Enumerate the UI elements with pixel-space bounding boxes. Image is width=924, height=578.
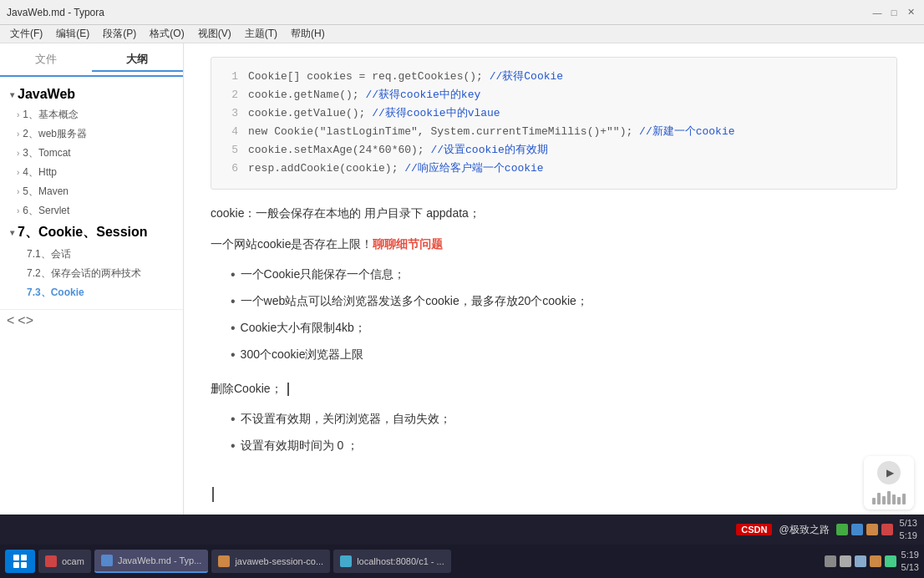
outline-tree: ▾ JavaWeb › 1、基本概念 › 2、web服务器 › 3、Tomcat… [0, 77, 183, 309]
javaweb-icon [218, 555, 230, 567]
bar-6 [897, 497, 901, 504]
taskbar-btn-browser[interactable]: localhost:8080/c1 - ... [333, 550, 451, 573]
menu-file[interactable]: 文件(F) [3, 25, 49, 43]
item7-3-label: 7.3、Cookie [27, 286, 84, 298]
window-controls[interactable]: — □ ✕ [871, 6, 917, 19]
bullet-item-1-2: • 一个web站点可以给浏览器发送多个cookie，最多存放20个cookie； [231, 292, 897, 312]
tray-icon-4 [881, 524, 893, 535]
sidebar-item-7[interactable]: ▾ 7、Cookie、Session [0, 221, 183, 245]
sidebar-root-label: JavaWeb [18, 87, 75, 102]
menu-view[interactable]: 视图(V) [191, 25, 238, 43]
sidebar-item-6[interactable]: › 6、Servlet [0, 201, 183, 221]
sidebar-item-3[interactable]: › 3、Tomcat [0, 144, 183, 163]
bullet-dot-5: • [231, 409, 236, 429]
bullet-text-2-2: 设置有效期时间为 0 ； [241, 436, 359, 456]
sidebar-item-7-3[interactable]: 7.3、Cookie [0, 283, 183, 302]
tab-file[interactable]: 文件 [0, 48, 92, 70]
bullet-text-1-2: 一个web站点可以给浏览器发送多个cookie，最多存放20个cookie； [241, 292, 588, 312]
scroll-right[interactable]: <> [18, 313, 33, 328]
taskbar: ocam JavaWeb.md - Typ... javaweb-session… [0, 545, 924, 578]
taskbar-date: 5/13 [901, 561, 919, 574]
menu-theme[interactable]: 主题(T) [238, 25, 284, 43]
code-line-6: 6 resp.addCookie(cookie); //响应给客户端一个cook… [225, 160, 883, 178]
sidebar-tab-bar: 文件 大纲 [0, 43, 183, 77]
item3-arrow: › [17, 149, 19, 158]
bullet-item-2-1: • 不设置有效期，关闭浏览器，自动失效； [231, 409, 897, 429]
menu-bar: 文件(F) 编辑(E) 段落(P) 格式(O) 视图(V) 主题(T) 帮助(H… [0, 25, 924, 43]
code-text-6: resp.addCookie(cookie); //响应给客户端一个cookie [248, 160, 544, 178]
sidebar-item-7-1[interactable]: 7.1、会话 [0, 245, 183, 264]
sidebar-item-2[interactable]: › 2、web服务器 [0, 124, 183, 144]
audio-bars [872, 488, 906, 504]
play-button[interactable] [877, 461, 901, 484]
taskbar-btn-javaweb[interactable]: javaweb-session-co... [211, 550, 330, 573]
sidebar-item-5[interactable]: › 5、Maven [0, 182, 183, 201]
sidebar-item-1[interactable]: › 1、基本概念 [0, 105, 183, 124]
bullet-text-1-3: Cookie大小有限制4kb； [241, 318, 366, 338]
code-text-1: Cookie[] cookies = req.getCookies(); //获… [248, 68, 563, 86]
clock-time: 5:19 [900, 530, 917, 542]
item7-arrow: ▾ [10, 228, 14, 237]
menu-edit[interactable]: 编辑(E) [49, 25, 96, 43]
typora-label: JavaWeb.md - Typ... [118, 555, 201, 565]
minimize-button[interactable]: — [871, 6, 884, 19]
bar-1 [872, 498, 876, 504]
line-num-6: 6 [225, 160, 238, 178]
line-num-1: 1 [225, 68, 238, 86]
code-line-4: 4 new Cookie("lastLoginTime", System.cur… [225, 123, 883, 141]
javaweb-label: javaweb-session-co... [235, 556, 323, 566]
ocam-label: ocam [62, 556, 84, 566]
line-num-4: 4 [225, 123, 238, 141]
close-button[interactable]: ✕ [904, 6, 917, 19]
main-layout: 文件 大纲 ▾ JavaWeb › 1、基本概念 › 2、web服务器 › 3、… [0, 43, 924, 515]
bar-7 [902, 494, 906, 504]
scroll-left[interactable]: < [7, 313, 14, 328]
code-text-3: cookie.getValue(); //获得cookie中的vlaue [248, 104, 500, 123]
tray-icon-2 [851, 524, 863, 535]
maximize-button[interactable]: □ [887, 6, 901, 19]
section-title: 删除Cookie； [211, 382, 289, 395]
taskbar-clock: 5:19 5/13 [901, 549, 919, 575]
bullet-dot-4: • [231, 345, 236, 365]
bullet-text-1-1: 一个Cookie只能保存一个信息； [241, 265, 406, 285]
taskbar-btn-typora[interactable]: JavaWeb.md - Typ... [94, 550, 208, 573]
sidebar-item-4[interactable]: › 4、Http [0, 163, 183, 182]
taskbar-time: 5:19 [901, 549, 919, 561]
tray-2 [840, 555, 851, 567]
code-text-5: cookie.setMaxAge(24*60*60); //设置cookie的有… [248, 141, 548, 160]
item3-label: 3、Tomcat [23, 146, 70, 160]
para-2: 一个网站cookie是否存在上限！聊聊细节问题 [211, 234, 897, 255]
item7-1-label: 7.1、会话 [27, 248, 71, 260]
item6-arrow: › [17, 206, 19, 215]
bar-3 [882, 496, 886, 504]
text-cursor [212, 487, 214, 502]
sidebar-root[interactable]: ▾ JavaWeb [0, 84, 183, 105]
window-title: JavaWeb.md - Typora [7, 7, 871, 18]
item5-label: 5、Maven [23, 185, 69, 199]
typora-icon [101, 555, 113, 566]
para-2-highlight: 聊聊细节问题 [373, 237, 443, 251]
windows-icon [13, 555, 27, 568]
para-2-prefix: 一个网站cookie是否存在上限！ [211, 237, 373, 251]
code-line-5: 5 cookie.setMaxAge(24*60*60); //设置cookie… [225, 141, 883, 160]
item2-arrow: › [17, 129, 19, 139]
bullet-text-1-4: 300个cookie浏览器上限 [241, 345, 364, 365]
clock-date: 5/13 [900, 517, 917, 530]
menu-help[interactable]: 帮助(H) [284, 25, 332, 43]
bullet-item-2-2: • 设置有效期时间为 0 ； [231, 436, 897, 456]
menu-paragraph[interactable]: 段落(P) [96, 25, 143, 43]
item6-label: 6、Servlet [23, 204, 69, 218]
taskbar-btn-ocam[interactable]: ocam [38, 550, 91, 573]
scroll-nav[interactable]: < <> [0, 309, 183, 332]
sidebar-item-7-2[interactable]: 7.2、保存会话的两种技术 [0, 264, 183, 283]
start-button[interactable] [5, 550, 35, 573]
content-area[interactable]: 1 Cookie[] cookies = req.getCookies(); /… [184, 43, 924, 515]
bullet-dot-1: • [231, 265, 236, 285]
para-1-text: cookie：一般会保存在本地的 用户目录下 appdata； [211, 206, 480, 220]
tab-outline[interactable]: 大纲 [92, 48, 184, 72]
bar-4 [887, 491, 891, 504]
cursor-area [211, 486, 897, 502]
bullet-dot-6: • [231, 436, 236, 456]
menu-format[interactable]: 格式(O) [143, 25, 190, 43]
line-num-5: 5 [225, 141, 238, 160]
